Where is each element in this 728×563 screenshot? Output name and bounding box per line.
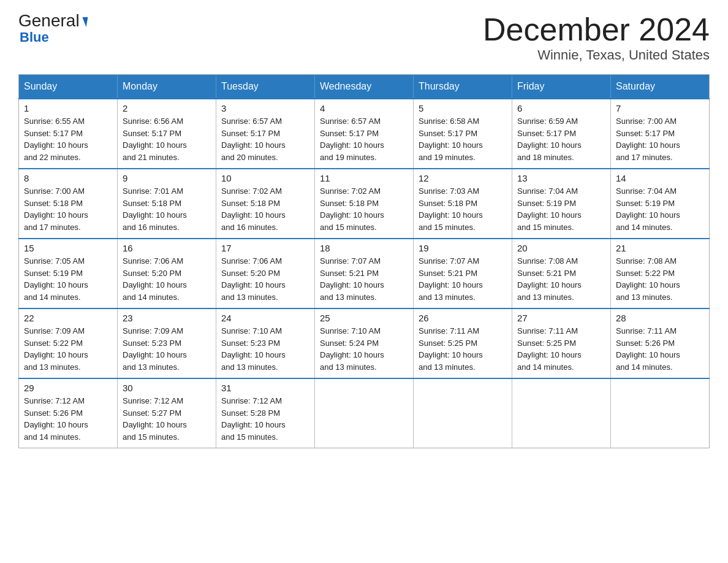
day-info: Sunrise: 6:56 AMSunset: 5:17 PMDaylight:… (123, 115, 211, 163)
day-info: Sunrise: 7:04 AMSunset: 5:19 PMDaylight:… (616, 185, 704, 233)
day-info: Sunrise: 7:06 AMSunset: 5:20 PMDaylight:… (221, 255, 309, 303)
calendar-week-1: 1Sunrise: 6:55 AMSunset: 5:17 PMDaylight… (19, 99, 710, 169)
calendar-cell: 5Sunrise: 6:58 AMSunset: 5:17 PMDaylight… (414, 99, 512, 169)
calendar-week-3: 15Sunrise: 7:05 AMSunset: 5:19 PMDayligh… (19, 239, 710, 308)
day-number: 21 (616, 243, 704, 253)
calendar-cell: 3Sunrise: 6:57 AMSunset: 5:17 PMDaylight… (216, 99, 315, 169)
day-info: Sunrise: 7:03 AMSunset: 5:18 PMDaylight:… (419, 185, 507, 233)
calendar-cell (315, 378, 414, 448)
calendar-cell: 9Sunrise: 7:01 AMSunset: 5:18 PMDaylight… (118, 169, 216, 239)
day-header-sunday: Sunday (19, 75, 118, 99)
calendar-cell: 18Sunrise: 7:07 AMSunset: 5:21 PMDayligh… (315, 239, 414, 308)
day-number: 11 (320, 173, 408, 183)
day-number: 5 (419, 103, 507, 113)
day-number: 2 (123, 103, 211, 113)
day-info: Sunrise: 7:08 AMSunset: 5:22 PMDaylight:… (616, 255, 704, 303)
day-info: Sunrise: 7:12 AMSunset: 5:27 PMDaylight:… (123, 395, 211, 443)
day-number: 26 (419, 313, 507, 323)
day-header-wednesday: Wednesday (315, 75, 414, 99)
day-info: Sunrise: 6:58 AMSunset: 5:17 PMDaylight:… (419, 115, 507, 163)
day-number: 20 (517, 243, 605, 253)
calendar-cell: 23Sunrise: 7:09 AMSunset: 5:23 PMDayligh… (118, 308, 216, 378)
day-number: 12 (419, 173, 507, 183)
day-header-thursday: Thursday (414, 75, 512, 99)
calendar-cell (611, 378, 710, 448)
day-info: Sunrise: 6:57 AMSunset: 5:17 PMDaylight:… (221, 115, 309, 163)
calendar-cell: 1Sunrise: 6:55 AMSunset: 5:17 PMDaylight… (19, 99, 118, 169)
day-info: Sunrise: 7:09 AMSunset: 5:22 PMDaylight:… (24, 325, 112, 373)
calendar-cell: 10Sunrise: 7:02 AMSunset: 5:18 PMDayligh… (216, 169, 315, 239)
day-number: 29 (24, 383, 112, 393)
day-number: 17 (221, 243, 309, 253)
day-info: Sunrise: 7:06 AMSunset: 5:20 PMDaylight:… (123, 255, 211, 303)
day-number: 7 (616, 103, 704, 113)
calendar-cell: 29Sunrise: 7:12 AMSunset: 5:26 PMDayligh… (19, 378, 118, 448)
page-header: General Blue December 2024 Winnie, Texas… (18, 12, 710, 63)
calendar-header-row: SundayMondayTuesdayWednesdayThursdayFrid… (19, 75, 710, 99)
calendar-cell: 17Sunrise: 7:06 AMSunset: 5:20 PMDayligh… (216, 239, 315, 308)
calendar-cell: 20Sunrise: 7:08 AMSunset: 5:21 PMDayligh… (512, 239, 611, 308)
day-info: Sunrise: 6:57 AMSunset: 5:17 PMDaylight:… (320, 115, 408, 163)
calendar-cell: 21Sunrise: 7:08 AMSunset: 5:22 PMDayligh… (611, 239, 710, 308)
logo: General Blue (18, 12, 87, 44)
day-info: Sunrise: 7:08 AMSunset: 5:21 PMDaylight:… (517, 255, 605, 303)
day-number: 16 (123, 243, 211, 253)
calendar-cell: 6Sunrise: 6:59 AMSunset: 5:17 PMDaylight… (512, 99, 611, 169)
day-header-monday: Monday (118, 75, 216, 99)
day-info: Sunrise: 7:11 AMSunset: 5:25 PMDaylight:… (419, 325, 507, 373)
calendar-cell: 28Sunrise: 7:11 AMSunset: 5:26 PMDayligh… (611, 308, 710, 378)
day-info: Sunrise: 7:04 AMSunset: 5:19 PMDaylight:… (517, 185, 605, 233)
day-info: Sunrise: 7:11 AMSunset: 5:25 PMDaylight:… (517, 325, 605, 373)
day-number: 19 (419, 243, 507, 253)
day-header-friday: Friday (512, 75, 611, 99)
calendar-cell: 31Sunrise: 7:12 AMSunset: 5:28 PMDayligh… (216, 378, 315, 448)
day-info: Sunrise: 7:10 AMSunset: 5:24 PMDaylight:… (320, 325, 408, 373)
day-number: 15 (24, 243, 112, 253)
day-number: 25 (320, 313, 408, 323)
calendar-cell: 25Sunrise: 7:10 AMSunset: 5:24 PMDayligh… (315, 308, 414, 378)
title-block: December 2024 Winnie, Texas, United Stat… (483, 12, 710, 63)
day-number: 22 (24, 313, 112, 323)
day-number: 31 (221, 383, 309, 393)
day-number: 1 (24, 103, 112, 113)
day-info: Sunrise: 7:12 AMSunset: 5:26 PMDaylight:… (24, 395, 112, 443)
day-info: Sunrise: 7:07 AMSunset: 5:21 PMDaylight:… (419, 255, 507, 303)
day-info: Sunrise: 7:07 AMSunset: 5:21 PMDaylight:… (320, 255, 408, 303)
day-info: Sunrise: 7:02 AMSunset: 5:18 PMDaylight:… (320, 185, 408, 233)
day-info: Sunrise: 7:10 AMSunset: 5:23 PMDaylight:… (221, 325, 309, 373)
day-number: 28 (616, 313, 704, 323)
day-info: Sunrise: 6:55 AMSunset: 5:17 PMDaylight:… (24, 115, 112, 163)
calendar-cell: 14Sunrise: 7:04 AMSunset: 5:19 PMDayligh… (611, 169, 710, 239)
day-info: Sunrise: 7:12 AMSunset: 5:28 PMDaylight:… (221, 395, 309, 443)
calendar-week-4: 22Sunrise: 7:09 AMSunset: 5:22 PMDayligh… (19, 308, 710, 378)
day-number: 13 (517, 173, 605, 183)
day-number: 27 (517, 313, 605, 323)
calendar-cell: 8Sunrise: 7:00 AMSunset: 5:18 PMDaylight… (19, 169, 118, 239)
calendar-table: SundayMondayTuesdayWednesdayThursdayFrid… (18, 74, 710, 448)
calendar-cell: 13Sunrise: 7:04 AMSunset: 5:19 PMDayligh… (512, 169, 611, 239)
day-number: 10 (221, 173, 309, 183)
day-info: Sunrise: 7:02 AMSunset: 5:18 PMDaylight:… (221, 185, 309, 233)
day-info: Sunrise: 7:00 AMSunset: 5:17 PMDaylight:… (616, 115, 704, 163)
day-number: 30 (123, 383, 211, 393)
day-number: 9 (123, 173, 211, 183)
calendar-week-2: 8Sunrise: 7:00 AMSunset: 5:18 PMDaylight… (19, 169, 710, 239)
day-info: Sunrise: 7:01 AMSunset: 5:18 PMDaylight:… (123, 185, 211, 233)
logo-text-part2: Blue (20, 31, 49, 44)
calendar-cell: 27Sunrise: 7:11 AMSunset: 5:25 PMDayligh… (512, 308, 611, 378)
calendar-cell: 2Sunrise: 6:56 AMSunset: 5:17 PMDaylight… (118, 99, 216, 169)
calendar-cell: 4Sunrise: 6:57 AMSunset: 5:17 PMDaylight… (315, 99, 414, 169)
day-info: Sunrise: 6:59 AMSunset: 5:17 PMDaylight:… (517, 115, 605, 163)
day-number: 24 (221, 313, 309, 323)
day-number: 6 (517, 103, 605, 113)
calendar-cell: 22Sunrise: 7:09 AMSunset: 5:22 PMDayligh… (19, 308, 118, 378)
calendar-cell (414, 378, 512, 448)
calendar-title: December 2024 (483, 12, 710, 47)
day-number: 4 (320, 103, 408, 113)
calendar-cell: 7Sunrise: 7:00 AMSunset: 5:17 PMDaylight… (611, 99, 710, 169)
calendar-cell: 19Sunrise: 7:07 AMSunset: 5:21 PMDayligh… (414, 239, 512, 308)
calendar-cell: 11Sunrise: 7:02 AMSunset: 5:18 PMDayligh… (315, 169, 414, 239)
calendar-cell: 12Sunrise: 7:03 AMSunset: 5:18 PMDayligh… (414, 169, 512, 239)
day-number: 8 (24, 173, 112, 183)
day-info: Sunrise: 7:11 AMSunset: 5:26 PMDaylight:… (616, 325, 704, 373)
